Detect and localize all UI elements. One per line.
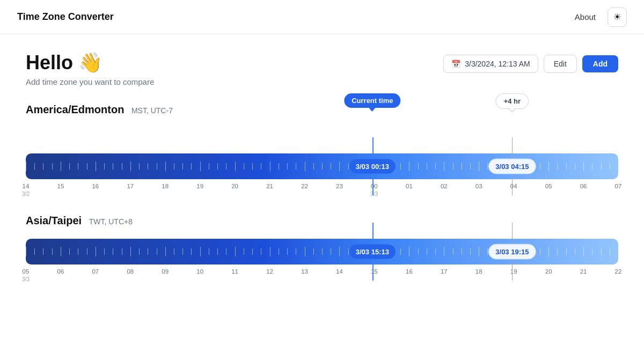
hour-label: 053/3 [22, 268, 30, 283]
hour-label: 12 [266, 268, 273, 276]
tick-mark [348, 248, 349, 255]
hour-label: 16 [406, 268, 413, 276]
hover-time-bubble-edmonton: 3/03 04:15 [488, 159, 536, 174]
tick-mark [252, 163, 253, 170]
hour-label: 10 [196, 268, 203, 276]
hour-label: 02 [441, 182, 448, 190]
tick-mark [182, 248, 183, 255]
tick-mark [313, 248, 314, 255]
hour-label: 17 [127, 182, 134, 190]
tick-mark [113, 163, 113, 170]
tick-mark [566, 248, 567, 255]
tick-mark [96, 161, 96, 171]
tick-mark [61, 161, 61, 171]
tick-mark [610, 163, 610, 170]
tick-mark [322, 248, 323, 255]
tick-mark [244, 248, 244, 255]
tick-mark [261, 248, 261, 255]
tick-mark [191, 163, 192, 170]
hover-time-bubble-taipei: 3/03 19:15 [488, 244, 536, 260]
hour-label: 03 [475, 182, 482, 190]
hour-label: 17 [441, 268, 448, 276]
tick-mark [200, 161, 201, 171]
tick-mark [104, 163, 105, 170]
tick-mark [182, 163, 183, 170]
hour-label: 19 [196, 182, 203, 190]
tick-mark [244, 163, 244, 170]
add-button[interactable]: Add [582, 55, 618, 72]
timeline-bar-edmonton[interactable]: 3/03 00:13 3/03 04:15 [26, 153, 618, 179]
timeline-wrapper-edmonton[interactable]: Current time +4 hr 3/03 00:13 3/03 04:15… [26, 121, 618, 200]
tick-mark [400, 248, 401, 255]
current-time-bubble-taipei: 3/03 15:13 [349, 245, 396, 259]
hour-label: 06 [57, 268, 64, 276]
tick-mark [96, 247, 96, 256]
hour-label: 20 [231, 182, 238, 190]
timeline-bar-taipei[interactable]: 3/03 15:13 3/03 19:15 [26, 239, 618, 264]
hour-label: 14 [336, 268, 343, 276]
hour-label: 21 [266, 182, 273, 190]
hour-label: 22 [615, 268, 622, 276]
hour-label: 07 [92, 268, 99, 276]
hour-label: 143/2 [22, 182, 30, 197]
tick-mark [453, 163, 453, 170]
edit-button[interactable]: Edit [544, 55, 577, 73]
tick-mark [601, 163, 602, 170]
tick-mark [409, 247, 409, 256]
hero-subtitle: Add time zone you want to compare [26, 77, 154, 86]
tick-mark [200, 247, 201, 256]
tick-mark [217, 163, 218, 170]
hour-label: 13 [301, 268, 308, 276]
tick-mark [435, 163, 436, 170]
tick-mark [226, 163, 226, 170]
tick-mark [174, 163, 174, 170]
theme-toggle-button[interactable]: ☀ [608, 8, 627, 27]
tick-mark [592, 163, 592, 170]
tick-mark [287, 163, 288, 170]
hour-label: 19 [510, 268, 517, 276]
tick-mark [34, 163, 35, 170]
tick-mark [427, 248, 427, 255]
tick-mark [592, 248, 592, 255]
tick-mark [261, 163, 261, 170]
tick-mark [148, 163, 148, 170]
hour-labels-edmonton: 143/2151617181920212223003/3010203040506… [26, 182, 618, 200]
tick-mark [583, 247, 584, 256]
tick-mark [322, 163, 323, 170]
tick-mark [130, 161, 131, 171]
date-value: 3/3/2024, 12:13 AM [465, 60, 530, 68]
callout-hover-offset: +4 hr [496, 93, 529, 109]
hour-label: 04 [510, 182, 517, 190]
tick-mark [122, 163, 122, 170]
hour-label: 003/3 [370, 182, 378, 197]
tick-mark [557, 163, 558, 170]
hour-label: 08 [127, 268, 134, 276]
tick-mark [104, 248, 105, 255]
tick-mark [87, 163, 87, 170]
timezone-section-taipei: Asia/Taipei TWT, UTC+8 3/03 15:13 3/03 1… [26, 215, 618, 285]
tick-mark [427, 163, 427, 170]
tick-mark [52, 248, 53, 255]
tick-mark [418, 248, 419, 255]
tick-mark [26, 161, 26, 171]
tick-mark [548, 161, 549, 171]
tick-mark [296, 248, 296, 255]
hour-label: 05 [545, 182, 552, 190]
hour-label: 11 [231, 268, 238, 276]
tick-mark [305, 247, 305, 256]
about-button[interactable]: About [569, 9, 601, 25]
hour-label: 16 [92, 182, 99, 190]
tick-mark [610, 248, 610, 255]
timeline-wrapper-taipei[interactable]: 3/03 15:13 3/03 19:15 053/30607080910111… [26, 232, 618, 285]
hour-label: 07 [615, 182, 622, 190]
hour-label: 18 [475, 268, 482, 276]
tick-mark [34, 248, 35, 255]
tick-mark [470, 248, 471, 255]
tick-mark [479, 247, 479, 256]
hour-label: 15 [57, 182, 64, 190]
tick-mark [235, 247, 236, 256]
tick-mark [313, 163, 314, 170]
tick-mark [157, 248, 157, 255]
tick-mark [444, 161, 444, 171]
tick-mark [583, 161, 584, 171]
